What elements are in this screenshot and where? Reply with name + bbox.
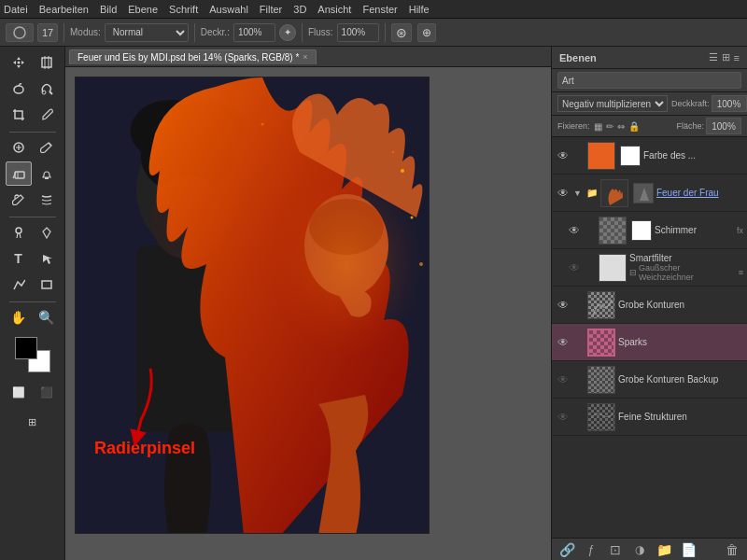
panel-arrange-icon[interactable]: ⊞ xyxy=(722,51,730,63)
tool-row-3 xyxy=(0,103,64,127)
layer-item-schimmer[interactable]: 👁 Schimmer fx xyxy=(552,212,747,249)
active-tab[interactable]: Feuer und Eis by MDI.psd bei 14% (Sparks… xyxy=(69,49,317,64)
layer-item-smartfilter[interactable]: 👁 Smartfilter ⊟ Gaußscher Weichzeichner … xyxy=(552,249,747,287)
menu-datei[interactable]: Datei xyxy=(4,4,28,15)
standard-mode[interactable]: ⬜ xyxy=(6,380,32,404)
move-tool[interactable] xyxy=(6,50,32,75)
foreground-color[interactable] xyxy=(15,337,37,359)
crop-tool[interactable] xyxy=(6,103,32,127)
brush-preset-picker[interactable] xyxy=(6,23,34,42)
add-mask-btn[interactable]: ⊡ xyxy=(606,540,625,559)
lasso-tool[interactable] xyxy=(6,77,32,101)
layer-eye-feuer[interactable]: 👁 xyxy=(556,186,571,201)
path-select-tool[interactable] xyxy=(6,273,32,297)
menu-ansicht[interactable]: Ansicht xyxy=(317,4,351,15)
layer-item-grobe[interactable]: 👁 Grobe Konturen xyxy=(552,287,747,324)
blend-mode-select[interactable]: Negativ multiplizieren xyxy=(557,95,668,112)
filter-line-icon: ⊟ xyxy=(629,268,637,277)
panel-menu-icon[interactable]: ≡ xyxy=(734,52,740,63)
menu-hilfe[interactable]: Hilfe xyxy=(409,4,430,15)
opacity-airbrush-btn[interactable]: ✦ xyxy=(279,24,296,41)
layer-info-grobe: Grobe Konturen xyxy=(618,300,743,310)
canvas-image[interactable]: Radierpinsel xyxy=(75,77,430,534)
layer-eye-grobe-backup[interactable]: 👁 xyxy=(556,372,571,387)
layer-item-sparks[interactable]: 👁 Sparks xyxy=(552,324,747,361)
link-layers-btn[interactable]: 🔗 xyxy=(557,540,576,559)
eyedropper-tool[interactable] xyxy=(34,103,60,127)
layer-thumb-grobe xyxy=(587,291,615,319)
menu-schrift[interactable]: Schrift xyxy=(169,4,198,15)
menubar: Datei Bearbeiten Bild Ebene Schrift Ausw… xyxy=(0,0,747,19)
menu-bild[interactable]: Bild xyxy=(100,4,117,15)
fix-checkerboard-icon[interactable]: ▦ xyxy=(594,121,602,132)
menu-bearbeiten[interactable]: Bearbeiten xyxy=(39,4,89,15)
layer-search-input[interactable] xyxy=(557,72,741,89)
layer-item-grobe-backup[interactable]: 👁 Grobe Konturen Backup xyxy=(552,361,747,399)
flache-label: Fläche: xyxy=(676,121,704,131)
svg-point-10 xyxy=(16,228,21,233)
tablet-pressure-btn[interactable]: ⊕ xyxy=(417,23,436,42)
add-style-btn[interactable]: ƒ xyxy=(582,540,600,559)
menu-3d[interactable]: 3D xyxy=(293,4,306,15)
flow-label: Fluss: xyxy=(308,27,333,37)
layer-item-feuer[interactable]: 👁 ▼ 📁 Feuer der Frau xyxy=(552,175,747,212)
layer-eye-schimmer[interactable]: 👁 xyxy=(567,223,582,238)
layer-eye-feine[interactable]: 👁 xyxy=(556,410,571,425)
new-fill-btn[interactable]: ◑ xyxy=(630,540,649,559)
artboard-tool[interactable] xyxy=(34,50,60,75)
group-arrow-feuer[interactable]: ▼ xyxy=(573,189,582,198)
pen-tool[interactable] xyxy=(34,220,60,245)
new-layer-btn[interactable]: 📄 xyxy=(679,540,698,559)
heal-tool[interactable] xyxy=(6,135,32,160)
selection-tool[interactable] xyxy=(34,246,60,271)
blend-mode-row: Negativ multiplizieren Deckkraft: xyxy=(552,92,747,116)
mode-select[interactable]: Normal xyxy=(105,23,189,42)
layer-name-grobe: Grobe Konturen xyxy=(618,300,743,310)
panel-list-icon[interactable]: ☰ xyxy=(709,51,718,63)
quick-mask-mode[interactable]: ⬛ xyxy=(34,380,60,404)
brush-size-display[interactable]: 17 xyxy=(37,23,58,42)
delete-layer-btn[interactable]: 🗑 xyxy=(723,540,741,559)
svg-rect-9 xyxy=(45,177,49,179)
quick-select-tool[interactable] xyxy=(34,77,60,101)
dodge-tool[interactable] xyxy=(6,220,32,245)
airbrush-toggle[interactable]: ⊛ xyxy=(391,23,412,42)
hand-tool[interactable]: ✋ xyxy=(6,305,32,329)
layer-eye-smartfilter[interactable]: 👁 xyxy=(567,260,582,275)
zoom-tool[interactable]: 🔍 xyxy=(34,305,60,329)
opacity-input[interactable] xyxy=(712,95,747,112)
menu-auswahl[interactable]: Auswahl xyxy=(209,4,248,15)
layer-eye-grobe[interactable]: 👁 xyxy=(556,298,571,313)
layer-eye-farbe[interactable]: 👁 xyxy=(556,148,571,163)
menu-filter[interactable]: Filter xyxy=(260,4,282,15)
canvas-wrapper[interactable]: Radierpinsel xyxy=(65,67,551,560)
layer-item-feine[interactable]: 👁 Feine Strukturen xyxy=(552,399,747,436)
menu-ebene[interactable]: Ebene xyxy=(128,4,158,15)
svg-point-20 xyxy=(401,169,404,173)
eraser-tool[interactable] xyxy=(6,161,32,186)
tab-close-btn[interactable]: × xyxy=(303,52,307,62)
rectangle-tool[interactable] xyxy=(34,273,60,297)
tool-row-7 xyxy=(0,220,64,245)
smudge-tool[interactable] xyxy=(34,188,60,212)
text-tool[interactable]: T xyxy=(6,246,32,271)
stamp-tool[interactable] xyxy=(34,161,60,186)
layer-item-farbe[interactable]: 👁 Farbe des ... xyxy=(552,137,747,175)
layer-thumb-farbe xyxy=(587,142,615,170)
new-group-btn[interactable]: 📁 xyxy=(655,540,673,559)
fix-lock-icon[interactable]: 🔒 xyxy=(628,121,640,132)
history-brush-tool[interactable] xyxy=(6,188,32,212)
brush-tool[interactable] xyxy=(34,135,60,160)
layer-eye-sparks[interactable]: 👁 xyxy=(556,335,571,350)
flow-input[interactable] xyxy=(337,23,379,42)
flache-input[interactable] xyxy=(706,118,741,134)
fixieren-label: Fixieren: xyxy=(557,121,590,131)
brush-preset-group: 17 xyxy=(6,23,64,42)
menu-fenster[interactable]: Fenster xyxy=(362,4,397,15)
opacity-input[interactable] xyxy=(233,23,275,42)
layers-panel: Ebenen ☰ ⊞ ≡ Negativ multiplizieren Deck… xyxy=(551,47,747,560)
fix-brush-icon[interactable]: ✏ xyxy=(606,121,613,132)
screen-mode-btn[interactable]: ⊞ xyxy=(20,410,46,434)
tool-row-10: ✋ 🔍 xyxy=(0,305,64,329)
fix-arrows-icon[interactable]: ⇔ xyxy=(617,121,625,132)
